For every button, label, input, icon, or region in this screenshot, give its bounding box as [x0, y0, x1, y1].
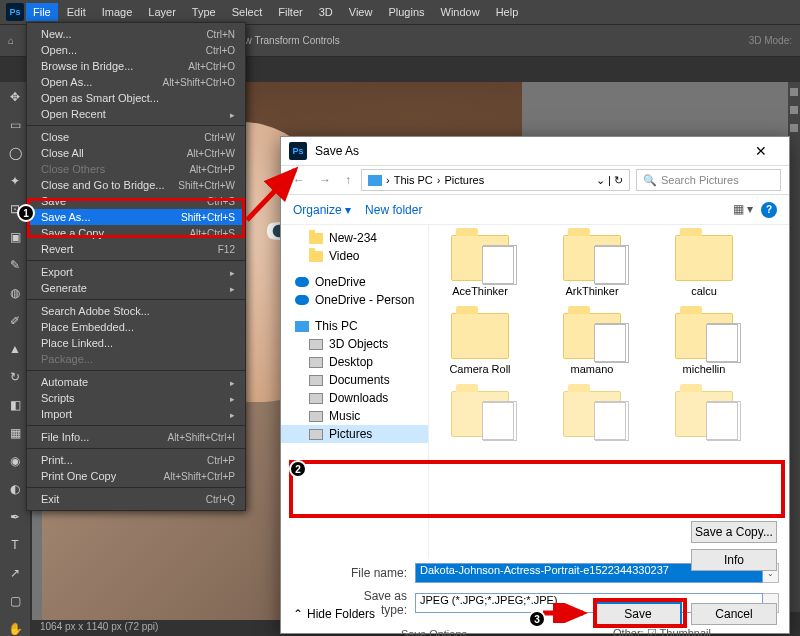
- menu-item[interactable]: Save a Copy...Alt+Ctrl+S: [27, 225, 245, 241]
- wand-tool[interactable]: ✦: [4, 170, 26, 192]
- menu-item[interactable]: Search Adobe Stock...: [27, 303, 245, 319]
- menu-item[interactable]: SaveCtrl+S: [27, 193, 245, 209]
- organize-button[interactable]: Organize ▾: [293, 203, 351, 217]
- folder-item[interactable]: michellin: [663, 313, 745, 375]
- menu-3d[interactable]: 3D: [312, 3, 340, 21]
- menu-item[interactable]: Place Embedded...: [27, 319, 245, 335]
- menu-item[interactable]: Export: [27, 264, 245, 280]
- tree-item[interactable]: New-234: [281, 229, 428, 247]
- menu-item[interactable]: Open As...Alt+Shift+Ctrl+O: [27, 74, 245, 90]
- tree-item[interactable]: Downloads: [281, 389, 428, 407]
- home-icon[interactable]: ⌂: [8, 35, 14, 46]
- stamp-tool[interactable]: ▲: [4, 338, 26, 360]
- move-tool[interactable]: ✥: [4, 86, 26, 108]
- dodge-tool[interactable]: ◐: [4, 478, 26, 500]
- menu-item[interactable]: RevertF12: [27, 241, 245, 257]
- cancel-button[interactable]: Cancel: [691, 603, 777, 625]
- blur-tool[interactable]: ◉: [4, 450, 26, 472]
- dialog-toolbar: Organize ▾ New folder ▦ ▾ ?: [281, 195, 789, 225]
- eraser-tool[interactable]: ◧: [4, 394, 26, 416]
- menu-item[interactable]: File Info...Alt+Shift+Ctrl+I: [27, 429, 245, 445]
- dialog-titlebar: Ps Save As ✕: [281, 137, 789, 165]
- panel-icon[interactable]: [790, 124, 798, 132]
- menu-item[interactable]: Scripts: [27, 390, 245, 406]
- panel-icon[interactable]: [790, 88, 798, 96]
- help-icon[interactable]: ?: [761, 202, 777, 218]
- menu-image[interactable]: Image: [95, 3, 140, 21]
- menu-item[interactable]: Print One CopyAlt+Shift+Ctrl+P: [27, 468, 245, 484]
- lasso-tool[interactable]: ◯: [4, 142, 26, 164]
- marquee-tool[interactable]: ▭: [4, 114, 26, 136]
- menu-item[interactable]: Close OthersAlt+Ctrl+P: [27, 161, 245, 177]
- menu-item[interactable]: Open Recent: [27, 106, 245, 122]
- search-box[interactable]: 🔍 Search Pictures: [636, 169, 781, 191]
- menu-item[interactable]: Automate: [27, 374, 245, 390]
- tree-item[interactable]: Documents: [281, 371, 428, 389]
- menu-filter[interactable]: Filter: [271, 3, 309, 21]
- hand-tool[interactable]: ✋: [4, 618, 26, 636]
- nav-fwd[interactable]: →: [315, 173, 335, 187]
- new-folder-button[interactable]: New folder: [365, 203, 422, 217]
- menu-item[interactable]: Package...: [27, 351, 245, 367]
- nav-back[interactable]: ←: [289, 173, 309, 187]
- menu-window[interactable]: Window: [434, 3, 487, 21]
- tree-item[interactable]: 3D Objects: [281, 335, 428, 353]
- menu-item[interactable]: Print...Ctrl+P: [27, 452, 245, 468]
- menu-item[interactable]: Browse in Bridge...Alt+Ctrl+O: [27, 58, 245, 74]
- menu-item[interactable]: Close and Go to Bridge...Shift+Ctrl+W: [27, 177, 245, 193]
- folder-tree[interactable]: New-234VideoOneDriveOneDrive - PersonThi…: [281, 225, 429, 559]
- file-grid[interactable]: AceThinkerArkThinkercalcuCamera Rollmama…: [429, 225, 789, 559]
- menu-select[interactable]: Select: [225, 3, 270, 21]
- tree-item[interactable]: Pictures: [281, 425, 428, 443]
- history-brush-tool[interactable]: ↻: [4, 366, 26, 388]
- tree-item[interactable]: Music: [281, 407, 428, 425]
- menu-item[interactable]: Open as Smart Object...: [27, 90, 245, 106]
- tree-item[interactable]: OneDrive: [281, 273, 428, 291]
- menu-item[interactable]: Import: [27, 406, 245, 422]
- menu-file[interactable]: File: [26, 3, 58, 21]
- folder-item[interactable]: calcu: [663, 235, 745, 297]
- eyedropper-tool[interactable]: ✎: [4, 254, 26, 276]
- menu-item[interactable]: CloseCtrl+W: [27, 129, 245, 145]
- mode-label: 3D Mode:: [749, 35, 792, 46]
- folder-item[interactable]: Camera Roll: [439, 313, 521, 375]
- view-button[interactable]: ▦ ▾: [733, 202, 753, 218]
- menu-item[interactable]: Close AllAlt+Ctrl+W: [27, 145, 245, 161]
- path-box[interactable]: ›This PC›Pictures ⌄ | ↻: [361, 169, 630, 191]
- menu-item[interactable]: Save As...Shift+Ctrl+S: [27, 209, 245, 225]
- shape-tool[interactable]: ▢: [4, 590, 26, 612]
- hide-folders-button[interactable]: ⌃ Hide Folders: [293, 607, 375, 621]
- tree-item[interactable]: This PC: [281, 317, 428, 335]
- menu-item[interactable]: New...Ctrl+N: [27, 26, 245, 42]
- panel-icon[interactable]: [790, 106, 798, 114]
- tree-item[interactable]: Video: [281, 247, 428, 265]
- folder-item[interactable]: ArkThinker: [551, 235, 633, 297]
- menu-item[interactable]: Generate: [27, 280, 245, 296]
- save-button[interactable]: Save: [595, 603, 681, 625]
- gradient-tool[interactable]: ▦: [4, 422, 26, 444]
- menu-type[interactable]: Type: [185, 3, 223, 21]
- menu-view[interactable]: View: [342, 3, 380, 21]
- close-button[interactable]: ✕: [741, 143, 781, 159]
- type-tool[interactable]: T: [4, 534, 26, 556]
- brush-tool[interactable]: ✐: [4, 310, 26, 332]
- tree-item[interactable]: Desktop: [281, 353, 428, 371]
- folder-item[interactable]: AceThinker: [439, 235, 521, 297]
- info-button[interactable]: Info: [691, 549, 777, 571]
- menu-item[interactable]: Place Linked...: [27, 335, 245, 351]
- folder-item[interactable]: mamano: [551, 313, 633, 375]
- menu-edit[interactable]: Edit: [60, 3, 93, 21]
- pen-tool[interactable]: ✒: [4, 506, 26, 528]
- menu-help[interactable]: Help: [489, 3, 526, 21]
- menubar: Ps File Edit Image Layer Type Select Fil…: [0, 0, 800, 24]
- nav-up[interactable]: ↑: [341, 173, 355, 187]
- menu-item[interactable]: ExitCtrl+Q: [27, 491, 245, 507]
- save-copy-button[interactable]: Save a Copy...: [691, 521, 777, 543]
- menu-plugins[interactable]: Plugins: [381, 3, 431, 21]
- heal-tool[interactable]: ◍: [4, 282, 26, 304]
- tree-item[interactable]: OneDrive - Person: [281, 291, 428, 309]
- menu-layer[interactable]: Layer: [141, 3, 183, 21]
- frame-tool[interactable]: ▣: [4, 226, 26, 248]
- path-tool[interactable]: ↗: [4, 562, 26, 584]
- menu-item[interactable]: Open...Ctrl+O: [27, 42, 245, 58]
